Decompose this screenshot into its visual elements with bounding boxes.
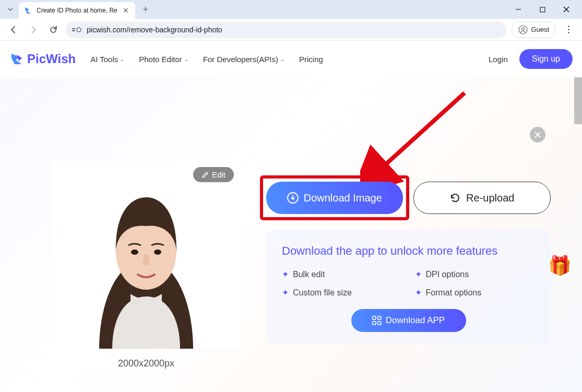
back-button[interactable]: [6, 22, 21, 37]
profile-label: Guest: [531, 26, 549, 33]
logo-icon: [9, 52, 24, 66]
features-title: Download the app to unlock more features: [282, 244, 535, 258]
reupload-label: Re-upload: [466, 192, 514, 204]
download-icon: [287, 192, 299, 204]
reupload-button[interactable]: Re-upload: [413, 182, 551, 214]
scrollbar-thumb[interactable]: [574, 77, 582, 124]
address-bar[interactable]: picwish.com/remove-background-id-photo: [66, 21, 506, 38]
feature-format-options: ✦Format options: [415, 288, 536, 298]
features-grid: ✦Bulk edit ✦DPI options ✦Custom file siz…: [282, 269, 535, 298]
sparkle-icon: ✦: [282, 269, 289, 279]
url-text: picwish.com/remove-background-id-photo: [87, 26, 222, 34]
profile-icon: [518, 25, 528, 34]
grid-icon: [372, 316, 382, 325]
close-icon: [534, 131, 541, 138]
image-dimensions: 2000x2000px: [118, 358, 174, 369]
svg-rect-18: [378, 316, 381, 319]
pencil-icon: [201, 171, 209, 179]
svg-point-6: [77, 28, 81, 32]
maximize-button[interactable]: [535, 2, 550, 17]
profile-button[interactable]: Guest: [512, 21, 556, 38]
id-photo-preview: Edit: [52, 161, 240, 349]
download-image-button[interactable]: Download Image: [266, 182, 403, 214]
browser-toolbar: picwish.com/remove-background-id-photo G…: [0, 19, 582, 41]
chevron-down-icon: ⌄: [184, 56, 188, 62]
brand-name: PicWish: [27, 52, 76, 66]
gift-icon[interactable]: 🎁: [548, 255, 572, 277]
signup-button[interactable]: Sign up: [519, 49, 573, 69]
browser-tab-strip: Create ID Photo at home, Re ✕ +: [0, 0, 582, 19]
svg-point-14: [131, 250, 138, 255]
browser-menu-button[interactable]: [561, 22, 576, 37]
sparkle-icon: ✦: [415, 288, 422, 298]
portrait-image: [52, 161, 240, 349]
svg-rect-20: [378, 322, 381, 325]
nav-ai-tools[interactable]: AI Tools⌄: [85, 52, 129, 67]
close-window-button[interactable]: [559, 2, 574, 17]
edit-button[interactable]: Edit: [193, 167, 234, 182]
svg-rect-4: [72, 28, 75, 29]
favicon-icon: [24, 6, 32, 15]
new-tab-button[interactable]: +: [138, 2, 153, 17]
chevron-down-icon: ⌄: [120, 56, 124, 62]
download-app-button[interactable]: Download APP: [351, 309, 466, 332]
sparkle-icon: ✦: [282, 288, 289, 298]
chevron-down-icon: ⌄: [280, 56, 284, 62]
site-info-icon[interactable]: [72, 27, 81, 33]
features-card: Download the app to unlock more features…: [266, 230, 551, 345]
site-header: PicWish AI Tools⌄ Photo Editor⌄ For Deve…: [0, 41, 582, 77]
download-app-label: Download APP: [386, 315, 445, 326]
nav-pricing[interactable]: Pricing: [294, 52, 328, 67]
tab-title: Create ID Photo at home, Re: [37, 7, 117, 14]
forward-button[interactable]: [26, 22, 41, 37]
action-buttons-row: Download Image Re-upload: [266, 182, 551, 214]
nav-photo-editor[interactable]: Photo Editor⌄: [134, 52, 194, 67]
tab-search-dropdown[interactable]: [4, 3, 17, 16]
nav-for-developers[interactable]: For Developers(APIs)⌄: [198, 52, 290, 67]
minimize-button[interactable]: [511, 2, 526, 17]
actions-column: Download Image Re-upload Download the ap…: [266, 161, 551, 345]
svg-point-15: [154, 250, 161, 255]
sparkle-icon: ✦: [415, 269, 422, 279]
svg-point-8: [522, 27, 525, 30]
login-link[interactable]: Login: [489, 55, 508, 64]
svg-rect-19: [373, 322, 376, 325]
brand-logo[interactable]: PicWish: [9, 52, 76, 66]
reload-icon: [449, 192, 461, 204]
edit-label: Edit: [212, 170, 225, 179]
browser-tab[interactable]: Create ID Photo at home, Re ✕: [19, 2, 135, 19]
feature-custom-size: ✦Custom file size: [282, 288, 402, 298]
svg-rect-5: [72, 30, 75, 31]
svg-rect-17: [373, 316, 376, 319]
download-image-label: Download Image: [304, 192, 382, 204]
photo-preview-column: Edit 2000x2000px: [52, 161, 240, 369]
feature-bulk-edit: ✦Bulk edit: [282, 269, 402, 279]
reload-button[interactable]: [46, 22, 61, 37]
close-panel-button[interactable]: [530, 127, 545, 142]
tab-close-icon[interactable]: ✕: [122, 6, 130, 15]
window-controls: [511, 2, 578, 17]
svg-rect-1: [540, 7, 545, 12]
main-content: Edit 2000x2000px: [0, 77, 582, 392]
feature-dpi-options: ✦DPI options: [415, 269, 536, 279]
